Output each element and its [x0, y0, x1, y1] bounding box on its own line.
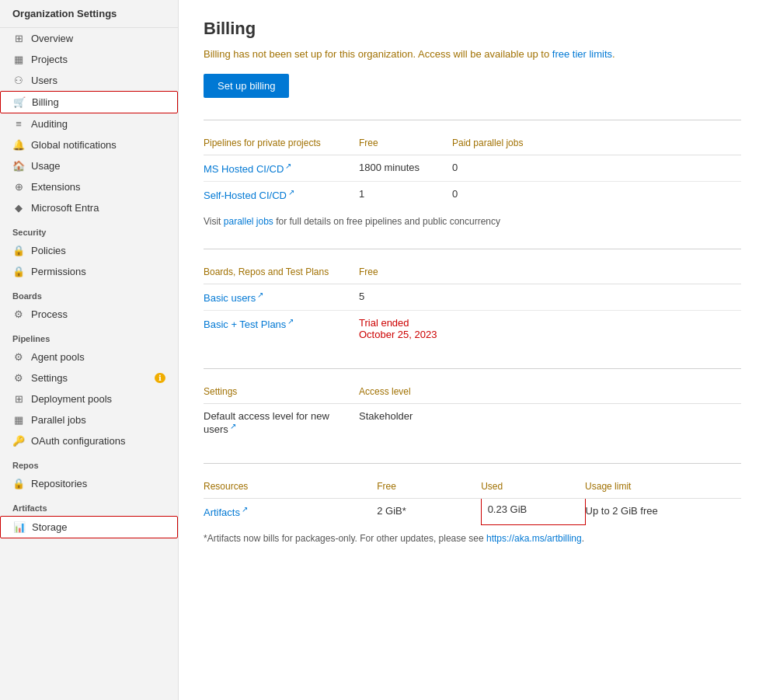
- setup-billing-button[interactable]: Set up billing: [204, 74, 289, 98]
- basic-users-link[interactable]: Basic users: [204, 292, 256, 304]
- section-boards: Boards: [0, 282, 178, 304]
- artifacts-note: *Artifacts now bills for packages-only. …: [204, 533, 741, 544]
- resources-section: Resources Free Used Usage limit Artifact…: [204, 463, 741, 544]
- artifacts-link[interactable]: Artifacts: [204, 507, 240, 519]
- sidebar-item-label: Parallel jobs: [31, 414, 165, 426]
- sidebar-item-label: Storage: [32, 521, 165, 533]
- self-hosted-paid: 0: [452, 182, 741, 208]
- artifacts-used: 0.23 GiB: [481, 499, 585, 525]
- col-settings-header: Settings: [204, 383, 359, 404]
- sidebar-item-parallel-jobs[interactable]: ▦ Parallel jobs: [0, 409, 178, 430]
- process-icon: ⚙: [12, 308, 25, 320]
- sidebar-item-label: Projects: [31, 54, 165, 65]
- basic-users-free: 5: [359, 284, 452, 310]
- col-resources-used-header: Used: [481, 478, 585, 499]
- sidebar-item-label: Process: [31, 308, 165, 320]
- info-banner: Billing has not been set up for this org…: [204, 48, 741, 60]
- storage-icon: 📊: [13, 521, 26, 533]
- ext-icon: ↗: [242, 505, 248, 514]
- sidebar-title: Organization Settings: [0, 0, 178, 28]
- agent-pools-icon: ⚙: [12, 351, 25, 363]
- sidebar-item-permissions[interactable]: 🔒 Permissions: [0, 261, 178, 282]
- table-row: Default access level for new users↗ Stak…: [204, 403, 741, 441]
- sidebar-item-label: OAuth configurations: [31, 435, 165, 447]
- sidebar-item-policies[interactable]: 🔒 Policies: [0, 240, 178, 261]
- table-row: MS Hosted CI/CD↗ 1800 minutes 0: [204, 155, 741, 182]
- info-suffix: .: [612, 48, 615, 60]
- sidebar-item-users[interactable]: ⚇ Users: [0, 70, 178, 91]
- sidebar-item-repositories[interactable]: 🔒 Repositories: [0, 473, 178, 494]
- sidebar-item-label: Repositories: [31, 478, 165, 489]
- pipelines-table: Pipelines for private projects Free Paid…: [204, 134, 741, 208]
- col-paid-header: Paid parallel jobs: [452, 134, 741, 155]
- col-pipelines-header: Pipelines for private projects: [204, 134, 359, 155]
- sidebar-item-label: Auditing: [31, 118, 165, 130]
- boards-table: Boards, Repos and Test Plans Free Basic …: [204, 263, 741, 347]
- sidebar-item-settings[interactable]: ⚙ Settings ℹ: [0, 367, 178, 388]
- sidebar-item-billing[interactable]: 🛒 Billing: [0, 91, 178, 113]
- sidebar-item-label: Microsoft Entra: [31, 202, 165, 214]
- self-hosted-free: 1: [359, 182, 452, 208]
- basic-test-plans-free: Trial ended October 25, 2023: [359, 310, 452, 347]
- sidebar-item-storage[interactable]: 📊 Storage: [0, 516, 178, 538]
- sidebar-item-usage[interactable]: 🏠 Usage: [0, 155, 178, 176]
- boards-section: Boards, Repos and Test Plans Free Basic …: [204, 249, 741, 347]
- sidebar-item-process[interactable]: ⚙ Process: [0, 304, 178, 325]
- col-boards-header: Boards, Repos and Test Plans: [204, 263, 359, 284]
- sidebar-item-microsoft-entra[interactable]: ◆ Microsoft Entra: [0, 197, 178, 218]
- table-row: Basic + Test Plans↗ Trial ended October …: [204, 310, 741, 347]
- free-tier-link[interactable]: free tier limits: [552, 48, 612, 60]
- basic-test-plans-label: Basic + Test Plans↗: [204, 310, 359, 347]
- policies-icon: 🔒: [12, 245, 25, 256]
- notifications-icon: 🔔: [12, 139, 25, 151]
- sidebar-item-global-notifications[interactable]: 🔔 Global notifications: [0, 134, 178, 155]
- sidebar-item-label: Deployment pools: [31, 393, 165, 405]
- artbilling-link[interactable]: https://aka.ms/artbilling: [486, 533, 582, 544]
- page-title: Billing: [204, 19, 741, 39]
- sidebar-item-oauth-configurations[interactable]: 🔑 OAuth configurations: [0, 430, 178, 451]
- ms-hosted-paid: 0: [452, 155, 741, 182]
- col-free-header: Free: [359, 134, 452, 155]
- sidebar-item-deployment-pools[interactable]: ⊞ Deployment pools: [0, 388, 178, 409]
- col-boards-extra-header: [452, 263, 741, 284]
- billing-icon: 🛒: [13, 96, 26, 108]
- sidebar-item-label: Settings: [31, 372, 148, 384]
- sidebar-item-auditing[interactable]: ≡ Auditing: [0, 113, 178, 134]
- sidebar-item-label: Extensions: [31, 181, 165, 193]
- repositories-icon: 🔒: [12, 478, 25, 489]
- sidebar-item-label: Agent pools: [31, 351, 165, 363]
- parallel-jobs-link[interactable]: parallel jobs: [224, 216, 273, 227]
- deployment-pools-icon: ⊞: [12, 393, 25, 405]
- trial-ended-text: Trial ended October 25, 2023: [359, 317, 437, 340]
- pipelines-section: Pipelines for private projects Free Paid…: [204, 120, 741, 227]
- ms-hosted-label: MS Hosted CI/CD↗: [204, 155, 359, 182]
- settings-icon: ⚙: [12, 372, 25, 384]
- sidebar-item-label: Users: [31, 75, 165, 86]
- artifacts-free: 2 GiB*: [377, 499, 481, 525]
- auditing-icon: ≡: [12, 118, 25, 130]
- ms-hosted-link[interactable]: MS Hosted CI/CD: [204, 163, 284, 175]
- settings-table: Settings Access level Default access lev…: [204, 383, 741, 441]
- sidebar-item-label: Permissions: [31, 266, 165, 277]
- info-text: Billing has not been set up for this org…: [204, 48, 549, 60]
- sidebar-item-overview[interactable]: ⊞ Overview: [0, 28, 178, 49]
- sidebar-item-projects[interactable]: ▦ Projects: [0, 49, 178, 70]
- permissions-icon: 🔒: [12, 266, 25, 277]
- default-access-value: Stakeholder: [359, 403, 452, 441]
- section-artifacts: Artifacts: [0, 494, 178, 516]
- sidebar-item-label: Billing: [32, 96, 165, 108]
- self-hosted-link[interactable]: Self-Hosted CI/CD: [204, 190, 287, 202]
- users-icon: ⚇: [12, 75, 25, 86]
- basic-test-plans-link[interactable]: Basic + Test Plans: [204, 319, 286, 330]
- table-row: Basic users↗ 5: [204, 284, 741, 310]
- ext-icon: ↗: [257, 291, 263, 299]
- overview-icon: ⊞: [12, 33, 25, 44]
- sidebar: Organization Settings ⊞ Overview ▦ Proje…: [0, 0, 179, 700]
- sidebar-item-label: Global notifications: [31, 139, 165, 151]
- settings-badge: ℹ: [155, 373, 165, 383]
- sidebar-item-extensions[interactable]: ⊕ Extensions: [0, 176, 178, 197]
- projects-icon: ▦: [12, 54, 25, 65]
- sidebar-item-label: Usage: [31, 160, 165, 172]
- section-pipelines: Pipelines: [0, 325, 178, 347]
- sidebar-item-agent-pools[interactable]: ⚙ Agent pools: [0, 347, 178, 367]
